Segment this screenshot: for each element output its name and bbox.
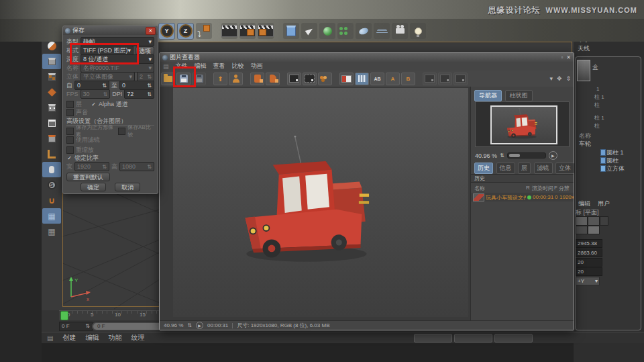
reset-default-button[interactable]: 重置到默认 (66, 173, 110, 181)
spinner-icon[interactable]: ⇅ (187, 322, 192, 328)
col-name[interactable]: 名称 (474, 185, 485, 192)
minimize-icon[interactable]: ▫ (561, 54, 563, 60)
tab-filter[interactable]: 滤镜 (534, 163, 553, 174)
edges-mode-button[interactable] (42, 116, 61, 131)
bottom-panel-button[interactable] (454, 334, 492, 343)
save-image-button[interactable] (176, 73, 191, 85)
save-as-button[interactable] (192, 73, 206, 85)
snap-button[interactable]: S (42, 177, 61, 193)
dpi-field[interactable]: 72⇅ (124, 89, 154, 99)
axis-y-button[interactable]: Y (158, 23, 175, 40)
menu-edit[interactable]: 编辑 (85, 333, 99, 343)
axis-dropdown[interactable]: +Y ▾ (576, 277, 600, 285)
workplane-lock-button[interactable]: ▦ (42, 208, 61, 224)
attr-menu-edit[interactable]: 编辑 (578, 199, 590, 208)
frame-slider-handle[interactable]: 0 F (93, 323, 167, 330)
menu-grid-icon[interactable]: ▤ (163, 63, 169, 70)
dock-icon[interactable]: ⇕ (566, 75, 571, 82)
options-button[interactable]: 选项 (136, 46, 154, 55)
size-field[interactable]: 20 (576, 267, 602, 276)
menu-compare[interactable]: 比较 (232, 62, 244, 71)
tree-item-cube[interactable]: 立方体 (606, 165, 625, 173)
user-view-button[interactable] (229, 73, 243, 85)
render-view-button[interactable] (221, 23, 237, 39)
tab-histogram[interactable]: 柱状图 (505, 90, 533, 101)
light-button[interactable] (410, 23, 426, 39)
spline-pen-button[interactable] (301, 23, 317, 39)
tab-history[interactable]: 历史 (474, 163, 493, 174)
soft-selection-button[interactable] (42, 162, 61, 177)
format-dropdown[interactable]: TIFF (PSD 图层)▾ (80, 46, 133, 55)
subdivision-surface-button[interactable] (319, 23, 335, 39)
rescale-checkbox[interactable] (66, 146, 74, 154)
axis-z-button[interactable]: Z (177, 23, 194, 40)
fps-field[interactable]: 30⇅ (80, 89, 111, 99)
model-mode-button[interactable] (42, 54, 61, 69)
render-picture-viewer-button[interactable] (239, 23, 256, 39)
ab-compare-checkbox[interactable] (118, 128, 125, 135)
menu-create[interactable]: 创建 (62, 333, 76, 343)
stereo-count-field[interactable]: 2⇅ (137, 72, 154, 81)
stereo-dropdown[interactable]: 平立体图像▾ (80, 72, 135, 81)
color-swatch[interactable] (588, 226, 600, 234)
bottom-panel-button[interactable] (414, 334, 452, 343)
texture-mode-button[interactable] (42, 69, 61, 85)
layer-b-button[interactable] (266, 73, 280, 85)
array-button[interactable] (337, 23, 354, 39)
add-cube-button[interactable] (283, 23, 299, 39)
color-swatch[interactable] (576, 216, 588, 226)
close-icon[interactable]: ✕ (566, 54, 571, 60)
floor-button[interactable] (374, 23, 390, 39)
color-swatch[interactable] (600, 216, 608, 226)
col-render-time[interactable]: 渲染时间 (532, 185, 553, 192)
coord-y-field[interactable]: 2863.60 (576, 248, 602, 257)
coord-x-field[interactable]: 2945.38 (576, 239, 602, 248)
history-row[interactable]: 玩具小车预设文件 * 00:00:31 0 1920x1 (471, 193, 574, 201)
close-icon[interactable]: ✕ (146, 27, 156, 35)
nav-stop-button[interactable] (438, 73, 452, 85)
color-swatch[interactable] (588, 216, 600, 226)
set-a-button[interactable]: A (386, 73, 400, 85)
tab-layer[interactable]: 层 (518, 163, 531, 174)
fullscreen-button[interactable]: ⬆ (213, 73, 227, 85)
menu-edit[interactable]: 编辑 (195, 62, 207, 71)
material-preview-thumb[interactable] (577, 60, 590, 81)
coordinate-system-button[interactable] (196, 23, 212, 39)
menu-texture[interactable]: 纹理 (131, 333, 144, 343)
color-swatch[interactable] (576, 226, 588, 234)
cancel-button[interactable]: 取消 (115, 183, 140, 191)
metaball-button[interactable] (356, 23, 372, 39)
ok-button[interactable]: 确定 (80, 183, 106, 191)
object-item-antenna[interactable]: 天线 (578, 44, 590, 53)
menu-view[interactable]: 查看 (213, 62, 225, 71)
depth-dropdown[interactable]: 8 位/通道▾ (80, 54, 154, 64)
size-field[interactable]: 20 (576, 258, 602, 267)
nav-prev-button[interactable] (423, 73, 437, 85)
square-pixel-checkbox[interactable] (66, 128, 74, 135)
save-dialog-titlebar[interactable]: 保存 ✕ (63, 26, 158, 35)
layer-a-button[interactable] (250, 73, 264, 85)
attr-menu-user[interactable]: 用户 (598, 199, 610, 208)
tab-stereo[interactable]: 立体 (555, 163, 574, 174)
compare-off-button[interactable] (287, 73, 301, 85)
col-f[interactable]: F (554, 185, 557, 191)
open-file-button[interactable] (161, 73, 175, 85)
zoom-slider[interactable] (507, 152, 546, 159)
workplane-mode-button[interactable] (42, 85, 61, 100)
tab-navigator[interactable]: 导航器 (474, 90, 502, 101)
ab-swap-button[interactable]: AB (370, 73, 384, 85)
layers-checkbox[interactable] (66, 101, 74, 108)
grid-compare-button[interactable] (355, 73, 369, 85)
chevron-down-icon[interactable]: ▾ (549, 75, 553, 82)
ab-compare-button[interactable] (339, 73, 354, 85)
col-r[interactable]: R (526, 185, 530, 191)
lock-ratio-checkbox[interactable]: ✓ (66, 155, 72, 161)
sound-checkbox[interactable] (66, 109, 74, 116)
menu-animation[interactable]: 动画 (251, 62, 263, 71)
use-filter-checkbox[interactable] (66, 136, 74, 144)
tab-info[interactable]: 信息 (496, 163, 515, 174)
set-b-button[interactable]: B (401, 73, 415, 85)
picture-viewer-titlebar[interactable]: 图片查看器 ▫ ✕ (160, 53, 574, 62)
alpha-checkbox[interactable]: ✓ (91, 101, 97, 107)
timeline-playhead[interactable] (60, 311, 68, 320)
